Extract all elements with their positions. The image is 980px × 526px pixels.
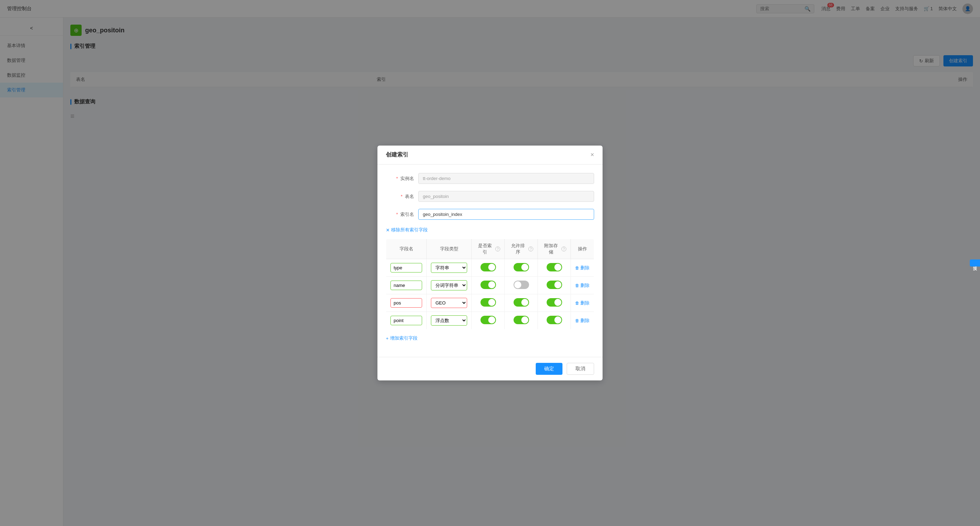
table-name-input [418, 191, 594, 202]
instance-label: * 实例名 [386, 175, 414, 182]
delete-cell: 🗑删除 [571, 277, 594, 294]
extra-store-help-icon: ? [562, 246, 566, 251]
feedback-tab[interactable]: 反馈 [970, 259, 980, 267]
field-type-select[interactable]: 字符串分词字符串GEO浮点数整数日期 [431, 298, 467, 308]
remove-icon: ✕ [386, 227, 390, 233]
cancel-button[interactable]: 取消 [567, 363, 594, 375]
allow-sort-cell [505, 277, 538, 294]
th-field-type: 字段类型 [427, 239, 472, 259]
instance-row: * 实例名 [386, 173, 594, 184]
extra-store-cell [538, 294, 571, 312]
th-field-name: 字段名 [386, 239, 427, 259]
create-index-modal: 创建索引 × * 实例名 * 表名 [377, 146, 603, 380]
add-field-link[interactable]: + 增加索引字段 [386, 335, 594, 342]
modal-header: 创建索引 × [377, 146, 603, 165]
field-name-cell [386, 294, 427, 312]
field-name-input[interactable] [390, 316, 422, 325]
is-index-help-icon: ? [495, 246, 500, 251]
is-index-toggle[interactable] [480, 263, 496, 272]
fields-table: 字段名 字段类型 是否索引 ? [386, 239, 594, 329]
field-name-cell [386, 277, 427, 294]
add-icon: + [386, 336, 389, 341]
index-name-row: * 索引名 [386, 209, 594, 220]
field-name-cell [386, 259, 427, 277]
field-type-select[interactable]: 字符串分词字符串GEO浮点数整数日期 [431, 280, 467, 291]
delete-cell: 🗑删除 [571, 312, 594, 329]
extra-store-cell [538, 277, 571, 294]
is-index-toggle[interactable] [480, 316, 496, 324]
extra-store-toggle[interactable] [547, 298, 562, 307]
th-operations: 操作 [571, 239, 594, 259]
field-name-cell [386, 312, 427, 329]
allow-sort-help-icon: ? [528, 246, 533, 251]
is-index-toggle[interactable] [480, 281, 496, 289]
table-label: * 表名 [386, 193, 414, 200]
extra-store-cell [538, 259, 571, 277]
allow-sort-toggle[interactable] [514, 281, 529, 289]
field-row: 字符串分词字符串GEO浮点数整数日期🗑删除 [386, 294, 594, 312]
modal-close-button[interactable]: × [590, 151, 594, 159]
trash-icon: 🗑 [575, 283, 579, 288]
field-type-cell: 字符串分词字符串GEO浮点数整数日期 [427, 259, 472, 277]
allow-sort-cell [505, 294, 538, 312]
field-name-input[interactable] [390, 263, 422, 272]
delete-field-button[interactable]: 🗑删除 [575, 265, 590, 271]
delete-field-button[interactable]: 🗑删除 [575, 300, 590, 306]
is-index-cell [472, 277, 505, 294]
field-type-cell: 字符串分词字符串GEO浮点数整数日期 [427, 312, 472, 329]
th-allow-sort: 允许排序 ? [505, 239, 538, 259]
th-extra-store: 附加存储 ? [538, 239, 571, 259]
extra-store-toggle[interactable] [547, 263, 562, 272]
index-name-input[interactable] [418, 209, 594, 220]
field-type-cell: 字符串分词字符串GEO浮点数整数日期 [427, 277, 472, 294]
delete-cell: 🗑删除 [571, 294, 594, 312]
allow-sort-toggle[interactable] [514, 298, 529, 307]
field-name-input[interactable] [390, 281, 422, 290]
table-name-row: * 表名 [386, 191, 594, 202]
is-index-toggle[interactable] [480, 298, 496, 307]
extra-store-toggle[interactable] [547, 316, 562, 324]
is-index-cell [472, 259, 505, 277]
field-row: 字符串分词字符串GEO浮点数整数日期🗑删除 [386, 312, 594, 329]
modal-overlay: 创建索引 × * 实例名 * 表名 [0, 0, 980, 526]
remove-all-link[interactable]: ✕ 移除所有索引字段 [386, 227, 594, 233]
field-type-cell: 字符串分词字符串GEO浮点数整数日期 [427, 294, 472, 312]
modal-footer: 确定 取消 [377, 357, 603, 380]
modal-body: * 实例名 * 表名 * 索引名 [377, 165, 603, 357]
th-is-index: 是否索引 ? [472, 239, 505, 259]
is-index-cell [472, 294, 505, 312]
allow-sort-toggle[interactable] [514, 316, 529, 324]
trash-icon: 🗑 [575, 318, 579, 323]
field-name-input[interactable] [390, 298, 422, 308]
extra-store-cell [538, 312, 571, 329]
trash-icon: 🗑 [575, 300, 579, 305]
field-row: 字符串分词字符串GEO浮点数整数日期🗑删除 [386, 259, 594, 277]
modal-title: 创建索引 [386, 151, 408, 159]
delete-field-button[interactable]: 🗑删除 [575, 318, 590, 324]
instance-input [418, 173, 594, 184]
is-index-cell [472, 312, 505, 329]
field-type-select[interactable]: 字符串分词字符串GEO浮点数整数日期 [431, 315, 467, 326]
field-type-select[interactable]: 字符串分词字符串GEO浮点数整数日期 [431, 263, 467, 273]
allow-sort-toggle[interactable] [514, 263, 529, 272]
extra-store-toggle[interactable] [547, 281, 562, 289]
delete-cell: 🗑删除 [571, 259, 594, 277]
allow-sort-cell [505, 312, 538, 329]
delete-field-button[interactable]: 🗑删除 [575, 282, 590, 289]
confirm-button[interactable]: 确定 [536, 363, 562, 375]
trash-icon: 🗑 [575, 265, 579, 270]
index-label: * 索引名 [386, 211, 414, 218]
allow-sort-cell [505, 259, 538, 277]
field-row: 字符串分词字符串GEO浮点数整数日期🗑删除 [386, 277, 594, 294]
